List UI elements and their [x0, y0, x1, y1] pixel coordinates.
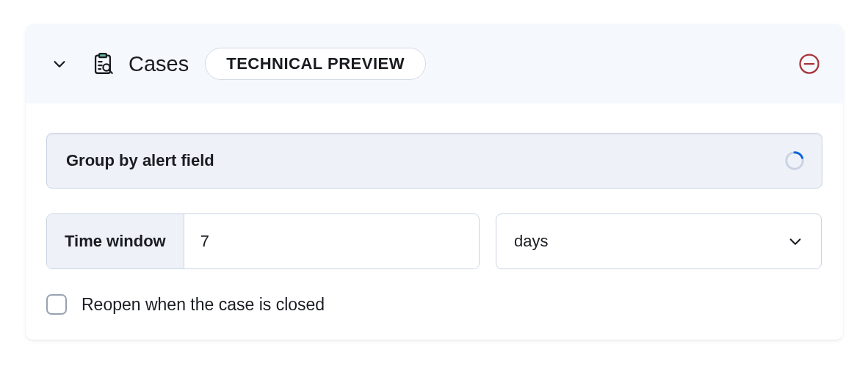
time-window-input[interactable]	[184, 214, 479, 268]
time-window-unit-select[interactable]: days	[496, 213, 822, 269]
panel-header: Cases TECHNICAL PREVIEW	[26, 24, 843, 103]
reopen-checkbox-row: Reopen when the case is closed	[46, 294, 822, 315]
panel-title: Cases	[129, 52, 189, 76]
cases-panel: Cases TECHNICAL PREVIEW Group by alert f…	[26, 24, 843, 340]
time-window-label: Time window	[47, 214, 184, 268]
reopen-checkbox-label: Reopen when the case is closed	[82, 295, 325, 315]
group-by-row: Group by alert field	[46, 133, 822, 189]
group-by-alert-field-input[interactable]: Group by alert field	[46, 133, 822, 189]
reopen-checkbox[interactable]	[46, 294, 67, 315]
clipboard-search-icon	[90, 51, 115, 76]
remove-circle-icon	[798, 53, 820, 75]
technical-preview-badge: TECHNICAL PREVIEW	[205, 48, 426, 80]
group-by-label: Group by alert field	[66, 151, 214, 170]
time-window-unit-value: days	[514, 232, 548, 251]
chevron-down-icon	[787, 233, 803, 249]
time-window-field: Time window	[46, 213, 480, 269]
chevron-down-icon	[51, 56, 68, 72]
remove-button[interactable]	[796, 51, 822, 77]
loading-spinner-icon	[784, 150, 806, 172]
svg-rect-1	[99, 54, 106, 57]
time-window-row: Time window days	[46, 213, 822, 269]
panel-body: Group by alert field Time window days	[26, 103, 843, 340]
collapse-toggle[interactable]	[46, 51, 73, 77]
